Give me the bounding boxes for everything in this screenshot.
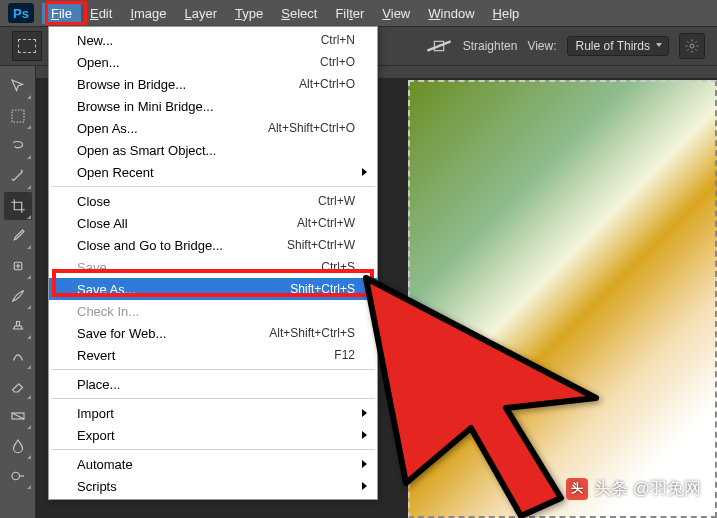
watermark-logo-icon: 头	[566, 478, 588, 500]
svg-point-2	[690, 44, 694, 48]
menu-item-close[interactable]: CloseCtrl+W	[49, 190, 377, 212]
watermark: 头 头条 @羽兔网	[566, 477, 701, 500]
menu-item-revert[interactable]: RevertF12	[49, 344, 377, 366]
toolbox	[0, 66, 36, 518]
menu-item-open[interactable]: Open...Ctrl+O	[49, 51, 377, 73]
menu-item-save-for-web[interactable]: Save for Web...Alt+Shift+Ctrl+S	[49, 322, 377, 344]
menu-type[interactable]: Type	[226, 3, 272, 24]
menu-item-browse-mini-bridge[interactable]: Browse in Mini Bridge...	[49, 95, 377, 117]
tool-preset-icon[interactable]	[12, 31, 42, 61]
menu-item-place[interactable]: Place...	[49, 373, 377, 395]
menu-separator	[51, 369, 375, 370]
menu-help[interactable]: Help	[484, 3, 529, 24]
menu-file[interactable]: File	[42, 3, 81, 24]
menu-window[interactable]: Window	[419, 3, 483, 24]
svg-point-7	[12, 472, 20, 480]
menu-select[interactable]: Select	[272, 3, 326, 24]
menu-layer[interactable]: Layer	[176, 3, 227, 24]
menu-item-automate[interactable]: Automate	[49, 453, 377, 475]
crop-options-gear-icon[interactable]	[679, 33, 705, 59]
menu-item-open-smart-object[interactable]: Open as Smart Object...	[49, 139, 377, 161]
menu-view[interactable]: View	[373, 3, 419, 24]
crop-marquee[interactable]	[408, 80, 717, 518]
menu-item-open-recent[interactable]: Open Recent	[49, 161, 377, 183]
menu-item-save: SaveCtrl+S	[49, 256, 377, 278]
menu-item-export[interactable]: Export	[49, 424, 377, 446]
straighten-icon[interactable]	[425, 37, 453, 55]
menu-item-browse-bridge[interactable]: Browse in Bridge...Alt+Ctrl+O	[49, 73, 377, 95]
menu-separator	[51, 186, 375, 187]
menu-item-close-bridge[interactable]: Close and Go to Bridge...Shift+Ctrl+W	[49, 234, 377, 256]
svg-line-0	[427, 41, 450, 50]
view-label: View:	[527, 39, 556, 53]
svg-rect-3	[12, 110, 24, 122]
menu-separator	[51, 398, 375, 399]
menu-item-close-all[interactable]: Close AllAlt+Ctrl+W	[49, 212, 377, 234]
document-canvas[interactable]	[408, 80, 717, 518]
app-logo: Ps	[8, 3, 34, 23]
svg-line-6	[12, 413, 24, 419]
menu-filter[interactable]: Filter	[326, 3, 373, 24]
watermark-text: 头条 @羽兔网	[594, 477, 701, 500]
menu-item-scripts[interactable]: Scripts	[49, 475, 377, 497]
straighten-label[interactable]: Straighten	[463, 39, 518, 53]
menu-edit[interactable]: Edit	[81, 3, 121, 24]
menu-item-new[interactable]: New...Ctrl+N	[49, 29, 377, 51]
menu-item-import[interactable]: Import	[49, 402, 377, 424]
menu-separator	[51, 449, 375, 450]
file-menu-dropdown: New...Ctrl+N Open...Ctrl+O Browse in Bri…	[48, 26, 378, 500]
menubar: Ps File Edit Image Layer Type Select Fil…	[0, 0, 717, 26]
view-dropdown[interactable]: Rule of Thirds	[567, 36, 669, 56]
menu-item-check-in: Check In...	[49, 300, 377, 322]
menu-image[interactable]: Image	[121, 3, 175, 24]
menu-item-open-as[interactable]: Open As...Alt+Shift+Ctrl+O	[49, 117, 377, 139]
menu-item-save-as[interactable]: Save As...Shift+Ctrl+S	[49, 278, 377, 300]
